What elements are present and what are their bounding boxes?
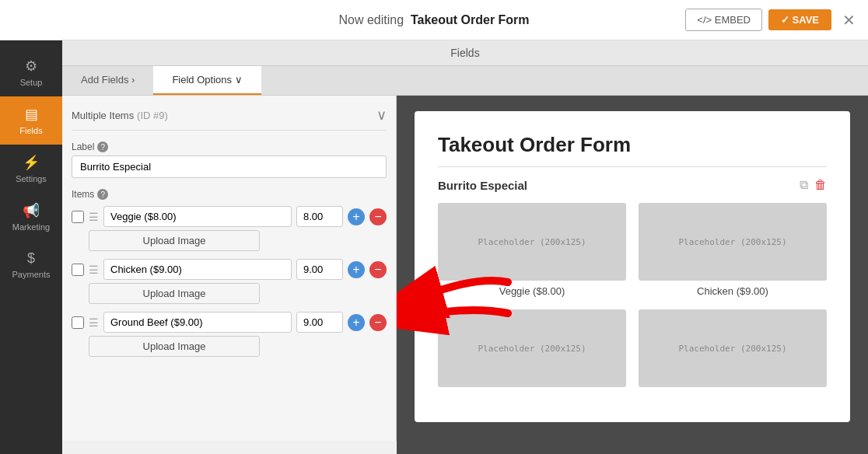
sidebar-label-payments: Payments bbox=[12, 270, 51, 279]
label-section: Label ? bbox=[72, 141, 387, 152]
upload-image-button-2[interactable]: Upload Image bbox=[89, 283, 260, 304]
burrito-section: Burrito Especial ⧉ 🗑 Placeholder (200x12… bbox=[438, 178, 827, 392]
upload-image-button-1[interactable]: Upload Image bbox=[89, 230, 260, 251]
drag-handle-2[interactable]: ☰ bbox=[89, 264, 99, 276]
fields-icon: ▤ bbox=[25, 106, 38, 123]
field-dropdown-arrow[interactable]: ∨ bbox=[376, 107, 387, 124]
sidebar: ⚙ Setup ▤ Fields ⚡ Settings 📢 Marketing … bbox=[0, 40, 62, 454]
burrito-actions: ⧉ 🗑 bbox=[800, 178, 827, 192]
marketing-icon: 📢 bbox=[23, 202, 40, 219]
item-checkbox-3[interactable] bbox=[72, 316, 84, 329]
item-remove-button-1[interactable]: − bbox=[369, 208, 387, 225]
item-checkbox-2[interactable] bbox=[72, 264, 84, 276]
item-remove-button-3[interactable]: − bbox=[369, 314, 387, 331]
sidebar-item-payments[interactable]: $ Payments bbox=[0, 241, 62, 288]
sidebar-item-fields[interactable]: ▤ Fields bbox=[0, 96, 62, 145]
main-layout: ⚙ Setup ▤ Fields ⚡ Settings 📢 Marketing … bbox=[0, 40, 868, 454]
placeholder-img-1: Placeholder (200x125) bbox=[438, 203, 626, 281]
drag-handle-3[interactable]: ☰ bbox=[89, 316, 99, 329]
items-text: Items bbox=[72, 189, 94, 200]
item-row-3: ☰ + − bbox=[72, 312, 387, 333]
item-group-2: ☰ + − Upload Image bbox=[72, 259, 387, 304]
delete-icon[interactable]: 🗑 bbox=[814, 178, 827, 192]
item-card-1: Placeholder (200x125) Veggie ($8.00) bbox=[438, 203, 626, 297]
sub-tabs: Add Fields › Field Options ∨ bbox=[62, 66, 868, 96]
save-button[interactable]: ✓ SAVE bbox=[768, 9, 831, 30]
copy-icon[interactable]: ⧉ bbox=[800, 178, 808, 192]
sidebar-label-setup: Setup bbox=[20, 78, 43, 87]
item-card-2: Placeholder (200x125) Chicken ($9.00) bbox=[639, 203, 827, 297]
left-panel: Multiple Items (ID #9) ∨ Label ? Items ? bbox=[62, 96, 397, 441]
settings-icon: ⚡ bbox=[23, 154, 40, 171]
item-group-3: ☰ + − Upload Image bbox=[72, 312, 387, 357]
item-remove-button-2[interactable]: − bbox=[369, 261, 387, 278]
label-help-icon[interactable]: ? bbox=[97, 141, 108, 152]
top-bar: Now editing Takeout Order Form </> EMBED… bbox=[0, 0, 868, 40]
embed-button[interactable]: </> EMBED bbox=[685, 9, 762, 31]
sidebar-item-setup[interactable]: ⚙ Setup bbox=[0, 48, 62, 96]
item-price-input-3[interactable] bbox=[296, 312, 343, 333]
field-options-arrow: ∨ bbox=[235, 74, 243, 86]
content-panel: Fields Add Fields › Field Options ∨ Mult… bbox=[62, 40, 868, 454]
item-name-input-1[interactable] bbox=[103, 206, 292, 227]
label-input[interactable] bbox=[72, 155, 387, 178]
top-bar-title: Now editing Takeout Order Form bbox=[338, 13, 529, 27]
item-price-input-1[interactable] bbox=[296, 206, 343, 227]
placeholder-img-2: Placeholder (200x125) bbox=[639, 203, 827, 281]
tab-add-fields[interactable]: Add Fields › bbox=[62, 66, 153, 95]
item-row-2: ☰ + − bbox=[72, 259, 387, 280]
item-card-4: Placeholder (200x125) bbox=[639, 309, 827, 392]
item-card-name-2: Chicken ($9.00) bbox=[639, 285, 827, 297]
items-grid: Placeholder (200x125) Veggie ($8.00) Pla… bbox=[438, 203, 827, 392]
field-options-label: Field Options bbox=[172, 74, 232, 86]
add-fields-arrow: › bbox=[131, 74, 135, 86]
placeholder-img-4: Placeholder (200x125) bbox=[639, 309, 827, 387]
drag-handle-1[interactable]: ☰ bbox=[89, 211, 99, 223]
label-text: Label bbox=[72, 141, 94, 152]
sidebar-item-settings[interactable]: ⚡ Settings bbox=[0, 145, 62, 193]
payments-icon: $ bbox=[27, 250, 35, 267]
burrito-header: Burrito Especial ⧉ 🗑 bbox=[438, 178, 827, 192]
fields-tab-bar: Fields bbox=[62, 40, 868, 66]
placeholder-img-3: Placeholder (200x125) bbox=[438, 309, 626, 387]
form-preview-title: Takeout Order Form bbox=[438, 133, 827, 167]
editing-prefix: Now editing bbox=[338, 13, 404, 26]
form-name: Takeout Order Form bbox=[411, 13, 530, 26]
item-group-1: ☰ + − Upload Image bbox=[72, 206, 387, 251]
sidebar-item-marketing[interactable]: 📢 Marketing bbox=[0, 193, 62, 241]
field-id-row: Multiple Items (ID #9) ∨ bbox=[72, 107, 387, 131]
item-add-button-3[interactable]: + bbox=[348, 314, 365, 331]
field-type-label: Multiple Items (ID #9) bbox=[72, 109, 168, 121]
sidebar-label-settings: Settings bbox=[16, 174, 47, 183]
items-label: Items ? bbox=[72, 189, 387, 200]
content-row: Multiple Items (ID #9) ∨ Label ? Items ? bbox=[62, 96, 868, 454]
item-checkbox-1[interactable] bbox=[72, 211, 84, 223]
item-card-3: Placeholder (200x125) bbox=[438, 309, 626, 392]
form-preview: Takeout Order Form Burrito Especial ⧉ 🗑 bbox=[415, 111, 850, 422]
item-name-input-3[interactable] bbox=[103, 312, 292, 333]
item-name-input-2[interactable] bbox=[103, 259, 292, 280]
tab-field-options[interactable]: Field Options ∨ bbox=[153, 66, 261, 95]
items-help-icon[interactable]: ? bbox=[97, 189, 108, 200]
field-id-value: (ID #9) bbox=[137, 110, 168, 121]
item-price-input-2[interactable] bbox=[296, 259, 343, 280]
add-fields-label: Add Fields bbox=[81, 74, 128, 86]
top-bar-actions: </> EMBED ✓ SAVE ✕ bbox=[685, 9, 860, 31]
field-type-name: Multiple Items bbox=[72, 110, 134, 121]
item-card-name-1: Veggie ($8.00) bbox=[438, 285, 626, 297]
fields-tab-label: Fields bbox=[450, 47, 479, 59]
item-add-button-1[interactable]: + bbox=[348, 208, 365, 225]
gear-icon: ⚙ bbox=[25, 58, 37, 75]
item-add-button-2[interactable]: + bbox=[348, 261, 365, 278]
burrito-title: Burrito Especial bbox=[438, 179, 527, 192]
item-row-1: ☰ + − bbox=[72, 206, 387, 227]
right-panel: Takeout Order Form Burrito Especial ⧉ 🗑 bbox=[397, 96, 868, 454]
sidebar-label-marketing: Marketing bbox=[12, 222, 50, 232]
sidebar-label-fields: Fields bbox=[19, 126, 42, 135]
close-button[interactable]: ✕ bbox=[838, 11, 860, 30]
upload-image-button-3[interactable]: Upload Image bbox=[89, 336, 260, 357]
